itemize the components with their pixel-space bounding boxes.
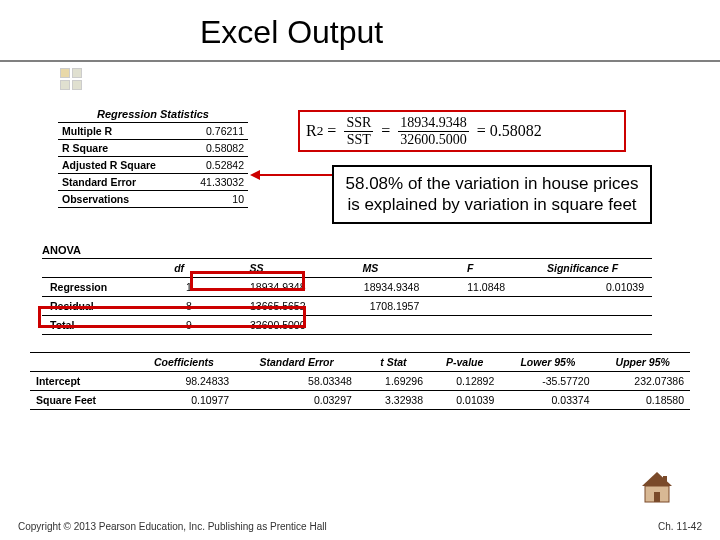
fraction-values: 18934.934832600.5000: [398, 115, 469, 147]
title-bar: Excel Output: [0, 0, 720, 62]
house-icon: [632, 466, 682, 506]
table-row: Residual813665.56521708.1957: [42, 297, 652, 316]
anova-heading: ANOVA: [42, 244, 81, 256]
decorative-squares-icon: [60, 68, 88, 96]
regression-statistics-caption: Regression Statistics: [58, 108, 248, 123]
table-row: Multiple R0.76211: [58, 123, 248, 140]
fraction-ssr-sst: SSRSST: [344, 115, 373, 147]
table-row: Observations10: [58, 191, 248, 208]
table-row: R Square0.58082: [58, 140, 248, 157]
table-row: Standard Error41.33032: [58, 174, 248, 191]
formula-lhs: R: [306, 122, 317, 140]
svg-rect-2: [654, 492, 660, 502]
anova-table: df SS MS F Significance F Regression1189…: [42, 258, 652, 335]
coefficients-table: Coefficients Standard Error t Stat P-val…: [30, 352, 690, 410]
arrow-icon: [252, 174, 332, 176]
formula-result: 0.58082: [490, 122, 542, 140]
table-row: Total932600.5000: [42, 316, 652, 335]
svg-marker-0: [642, 472, 672, 486]
r-squared-formula: R2 = SSRSST = 18934.934832600.5000 = 0.5…: [298, 110, 626, 152]
explanation-callout: 58.08% of the variation in house prices …: [332, 165, 652, 224]
table-row: Square Feet0.109770.032973.329380.010390…: [30, 391, 690, 410]
footer-page: Ch. 11-42: [658, 521, 702, 532]
page-title: Excel Output: [200, 14, 383, 51]
footer-copyright: Copyright © 2013 Pearson Education, Inc.…: [18, 521, 327, 532]
svg-rect-3: [663, 476, 667, 484]
regression-statistics-table: Regression Statistics Multiple R0.76211 …: [58, 108, 248, 208]
table-row: Regression118934.934818934.934811.08480.…: [42, 278, 652, 297]
table-row: Intercept98.2483358.033481.692960.12892-…: [30, 372, 690, 391]
table-row: Adjusted R Square0.52842: [58, 157, 248, 174]
